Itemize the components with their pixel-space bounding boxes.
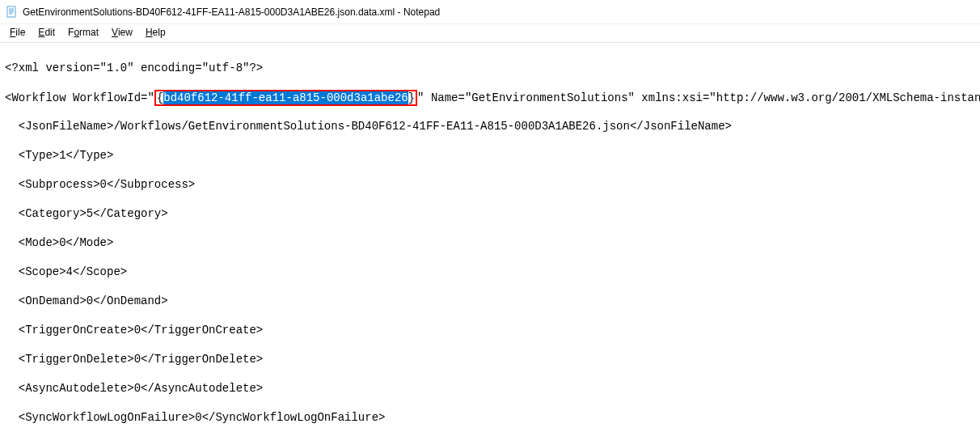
menu-edit[interactable]: Edit: [32, 25, 61, 40]
menu-bar: File Edit Format View Help: [0, 24, 980, 40]
brace-close: }: [408, 91, 415, 104]
brace-open: {: [157, 91, 163, 104]
editor-line[interactable]: <JsonFileName>/Workflows/GetEnvironmentS…: [5, 119, 975, 133]
text-segment: " Name="GetEnvironmentSolutions" xmlns:x…: [417, 91, 980, 104]
highlight-box: {bd40f612-41ff-ea11-a815-000d3a1abe26}: [154, 90, 417, 106]
menu-view[interactable]: View: [105, 25, 139, 40]
editor-line[interactable]: <Workflow WorkflowId="{bd40f612-41ff-ea1…: [5, 90, 975, 104]
menu-help[interactable]: Help: [139, 25, 172, 40]
text-editor[interactable]: <?xml version="1.0" encoding="utf-8"?> <…: [0, 46, 980, 432]
text-segment: <Workflow WorkflowId=": [5, 91, 154, 104]
notepad-icon: [5, 6, 18, 19]
menu-format[interactable]: Format: [61, 25, 105, 40]
editor-line[interactable]: <OnDemand>0</OnDemand>: [5, 294, 975, 308]
title-bar: GetEnvironmentSolutions-BD40F612-41FF-EA…: [0, 0, 980, 24]
editor-line[interactable]: <Category>5</Category>: [5, 206, 975, 221]
editor-line[interactable]: <Type>1</Type>: [5, 148, 975, 163]
editor-line[interactable]: <AsyncAutodelete>0</AsyncAutodelete>: [5, 381, 975, 396]
editor-line[interactable]: <?xml version="1.0" encoding="utf-8"?>: [5, 61, 975, 75]
selected-text: bd40f612-41ff-ea11-a815-000d3a1abe26: [163, 91, 408, 104]
window-title: GetEnvironmentSolutions-BD40F612-41FF-EA…: [23, 6, 440, 18]
menu-file[interactable]: File: [3, 25, 32, 40]
editor-line[interactable]: <TriggerOnDelete>0</TriggerOnDelete>: [5, 352, 975, 366]
editor-line[interactable]: <Subprocess>0</Subprocess>: [5, 177, 975, 192]
editor-line[interactable]: <Scope>4</Scope>: [5, 265, 975, 279]
editor-line[interactable]: <SyncWorkflowLogOnFailure>0</SyncWorkflo…: [5, 410, 975, 425]
editor-line[interactable]: <Mode>0</Mode>: [5, 235, 975, 250]
editor-line[interactable]: <TriggerOnCreate>0</TriggerOnCreate>: [5, 323, 975, 337]
menu-separator: [0, 42, 980, 43]
